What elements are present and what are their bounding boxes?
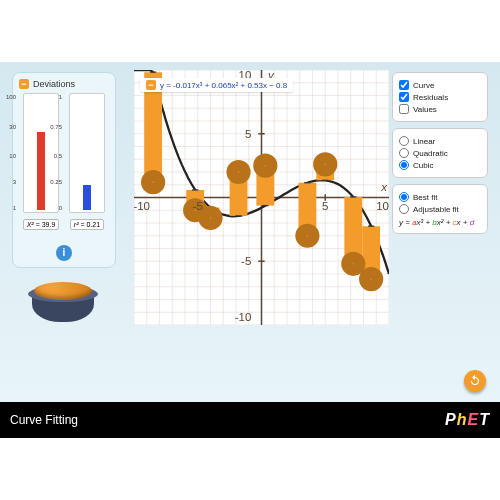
footer-bar: Curve Fitting PhET — [0, 402, 500, 438]
data-point[interactable] — [365, 273, 376, 284]
svg-text:-10: -10 — [235, 311, 252, 323]
svg-text:10: 10 — [376, 200, 389, 212]
chart-svg: -10-5 510 5-5 10-10 x y — [134, 70, 389, 325]
checkbox-residuals[interactable]: Residuals — [399, 91, 481, 103]
reset-icon — [468, 374, 482, 388]
radio-adjustable-fit[interactable]: Adjustable fit — [399, 203, 481, 215]
data-point[interactable] — [233, 166, 244, 177]
reset-button[interactable] — [464, 370, 486, 392]
checkbox-curve[interactable]: Curve — [399, 79, 481, 91]
radio-best-fit[interactable]: Best fit — [399, 191, 481, 203]
checkbox-values[interactable]: Values — [399, 103, 481, 115]
info-button[interactable]: i — [56, 245, 72, 261]
deviations-panel: − Deviations 100 30 10 3 1 X — [12, 72, 116, 268]
radio-linear[interactable]: Linear — [399, 135, 481, 147]
degree-options-panel: LinearQuadraticCubic — [392, 128, 488, 178]
x-axis-label: x — [380, 181, 388, 193]
data-point[interactable] — [147, 176, 158, 187]
svg-text:5: 5 — [322, 200, 328, 212]
r-squared-bar: 1 0.75 0.5 0.25 0 — [69, 93, 105, 213]
fit-options-panel: Best fitAdjustable fit y = ax³ + bx² + c… — [392, 184, 488, 234]
chi-squared-value: X² = 39.9 — [23, 219, 60, 230]
radio-cubic[interactable]: Cubic — [399, 159, 481, 171]
data-point[interactable] — [260, 160, 271, 171]
deviations-title: Deviations — [33, 79, 75, 89]
r-squared-value: r² = 0.21 — [70, 219, 104, 230]
graph[interactable]: -10-5 510 5-5 10-10 x y — [134, 70, 389, 325]
svg-text:-5: -5 — [241, 255, 251, 267]
svg-text:5: 5 — [245, 128, 251, 140]
data-point[interactable] — [320, 159, 331, 170]
data-point[interactable] — [205, 212, 216, 223]
fit-formula: y = ax³ + bx² + cx + d — [399, 215, 481, 227]
sim-title: Curve Fitting — [10, 413, 78, 427]
radio-quadratic[interactable]: Quadratic — [399, 147, 481, 159]
svg-text:-5: -5 — [193, 200, 203, 212]
data-point[interactable] — [348, 258, 359, 269]
phet-logo[interactable]: PhET — [445, 411, 490, 429]
svg-text:-10: -10 — [134, 200, 150, 212]
display-options-panel: CurveResidualsValues — [392, 72, 488, 122]
collapse-icon[interactable]: − — [146, 80, 156, 90]
collapse-icon[interactable]: − — [19, 79, 29, 89]
data-point[interactable] — [302, 230, 313, 241]
equation-display[interactable]: − y = -0.017x³ + 0.065x² + 0.53x − 0.8 — [140, 78, 293, 92]
fit-equation: y = -0.017x³ + 0.065x² + 0.53x − 0.8 — [160, 81, 287, 90]
point-bucket[interactable] — [28, 278, 98, 326]
